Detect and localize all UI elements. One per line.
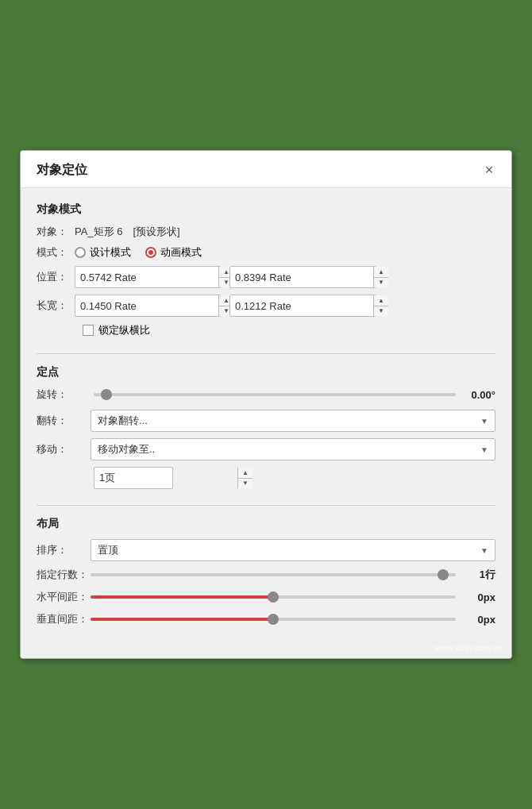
row-v-gap: 垂直间距： 0px [37,612,495,626]
page-input[interactable] [94,472,237,484]
flip-dropdown[interactable]: 对象翻转... ▼ [91,410,495,432]
row-object: 对象： PA_矩形 6 [预设形状] [37,225,495,239]
object-label: 对象： [37,225,75,239]
divider-2 [37,505,495,506]
radio-animation-mode[interactable]: 动画模式 [145,245,202,260]
dialog-title: 对象定位 [37,162,87,179]
flip-value: 对象翻转... [98,414,148,428]
size-h-up[interactable]: ▲ [374,295,388,306]
row-position: 位置： ▲ ▼ ▲ ▼ [37,266,495,288]
row-rows: 指定行数： 1行 [37,568,495,582]
mode-label: 模式： [37,245,75,260]
lock-label: 锁定纵横比 [98,323,150,337]
page-spinbox[interactable]: ▲ ▼ [94,467,173,489]
section-anchor: 定点 旋转： 0.00° 翻转： 对象翻转... ▼ 移动： [37,365,495,489]
row-h-gap: 水平间距： 0px [37,590,495,604]
v-gap-slider-thumb[interactable] [268,614,279,625]
section-object-mode: 对象模式 对象： PA_矩形 6 [预设形状] 模式： 设计模式 [37,202,495,337]
pos-x-input[interactable] [75,272,218,283]
h-gap-slider-track[interactable] [91,595,456,599]
rows-label: 指定行数： [37,568,91,582]
size-label: 长宽： [37,299,75,313]
v-gap-value: 0px [464,614,495,626]
page-down[interactable]: ▼ [238,479,253,489]
dialog-content: 对象模式 对象： PA_矩形 6 [预设形状] 模式： 设计模式 [21,188,511,658]
page-up[interactable]: ▲ [238,468,253,479]
row-rotate: 旋转： 0.00° [37,387,495,402]
flip-arrow-icon: ▼ [480,417,488,426]
title-bar: 对象定位 × [21,151,511,188]
rotate-label: 旋转： [37,387,91,402]
pos-y-up[interactable]: ▲ [374,267,388,278]
flip-label: 翻转： [37,414,91,428]
mode-radio-group: 设计模式 动画模式 [75,245,202,260]
move-dropdown[interactable]: 移动对象至.. ▼ [91,438,495,460]
row-flip: 翻转： 对象翻转... ▼ [37,410,495,432]
row-order: 排序： 置顶 ▼ [37,539,495,561]
radio-animation-label: 动画模式 [160,245,202,260]
section-layout-title: 布局 [37,517,495,531]
section-anchor-title: 定点 [37,365,495,379]
v-gap-label: 垂直间距： [37,612,91,626]
row-mode: 模式： 设计模式 动画模式 [37,245,495,260]
size-h-down[interactable]: ▼ [374,306,388,317]
lock-checkbox[interactable] [83,325,94,336]
lock-aspect-ratio[interactable]: 锁定纵横比 [83,323,495,337]
move-arrow-icon: ▼ [480,445,488,454]
pos-x-spinbox[interactable]: ▲ ▼ [75,266,222,288]
pos-y-btns: ▲ ▼ [373,267,388,287]
row-size: 长宽： ▲ ▼ ▲ ▼ [37,295,495,317]
rows-value: 1行 [464,568,495,582]
position-label: 位置： [37,270,75,284]
rotate-value: 0.00° [464,389,495,401]
pos-y-down[interactable]: ▼ [374,278,388,288]
rows-slider-thumb[interactable] [438,569,449,580]
order-arrow-icon: ▼ [480,546,488,555]
size-w-input[interactable] [75,300,218,312]
dialog: 对象定位 × 对象模式 对象： PA_矩形 6 [预设形状] 模式： 设计模式 [20,150,512,659]
section-layout: 布局 排序： 置顶 ▼ 指定行数： 1行 水平间距： [37,517,495,626]
h-gap-label: 水平间距： [37,590,91,604]
radio-animation-circle [145,247,156,258]
rotate-slider-thumb[interactable] [101,389,112,400]
pos-y-spinbox[interactable]: ▲ ▼ [229,266,376,288]
page-btns: ▲ ▼ [237,468,253,488]
move-value: 移动对象至.. [98,442,155,457]
size-h-spinbox[interactable]: ▲ ▼ [229,295,376,317]
rows-slider-track[interactable] [91,573,456,576]
h-gap-value: 0px [464,591,495,603]
size-w-spinbox[interactable]: ▲ ▼ [75,295,222,317]
size-h-btns: ▲ ▼ [373,295,388,316]
row-page: ▲ ▼ [94,467,495,489]
radio-design-circle [75,247,86,258]
h-gap-slider-thumb[interactable] [268,591,279,603]
divider-1 [37,353,495,354]
move-label: 移动： [37,442,91,457]
section-object-title: 对象模式 [37,202,495,217]
rotate-slider-track[interactable] [94,393,456,396]
radio-design-label: 设计模式 [90,245,131,260]
v-gap-slider-track[interactable] [91,618,456,621]
object-value: PA_矩形 6 [预设形状] [75,225,180,239]
watermark: www.cfan.com.cn [434,643,503,653]
radio-design-mode[interactable]: 设计模式 [75,245,131,260]
order-dropdown[interactable]: 置顶 ▼ [91,539,495,561]
pos-y-input[interactable] [230,272,373,283]
size-h-input[interactable] [230,300,373,312]
order-label: 排序： [37,543,91,557]
row-move: 移动： 移动对象至.. ▼ [37,438,495,460]
close-button[interactable]: × [480,160,499,179]
order-value: 置顶 [98,543,118,557]
